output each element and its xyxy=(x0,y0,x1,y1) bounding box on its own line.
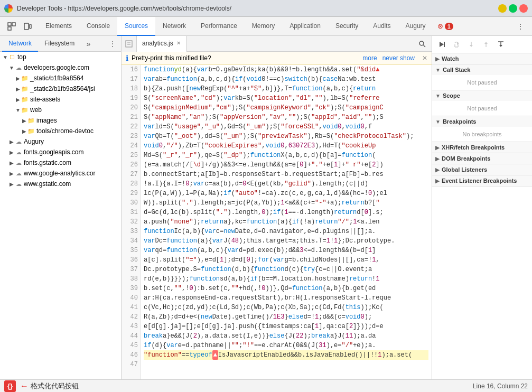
more-options-button[interactable]: ⋮ xyxy=(513,19,528,34)
xhr-breakpoints-section: ▶ XHR/fetch Breakpoints xyxy=(432,142,532,153)
chrome-icon xyxy=(4,4,13,13)
xhr-breakpoints-header[interactable]: ▶ XHR/fetch Breakpoints xyxy=(432,142,532,153)
event-listener-breakpoints-header[interactable]: ▶ Event Listener Breakpoints xyxy=(432,175,532,186)
resume-button[interactable] xyxy=(435,38,448,51)
step-out-button[interactable] xyxy=(480,38,492,51)
tree-item-developers[interactable]: ▼ ☁ developers.google.com xyxy=(0,62,121,73)
tab-performance[interactable]: Performance xyxy=(193,17,245,36)
device-toggle-button[interactable] xyxy=(20,19,35,34)
secondary-tabs: Network Filesystem » ⋮ xyxy=(0,36,121,52)
tree-label-top: top xyxy=(17,53,26,61)
tab-augury[interactable]: Augury xyxy=(398,17,433,36)
folder-icon-site-assets: 📁 xyxy=(21,96,29,103)
sec-tab-options-button[interactable]: ⋮ xyxy=(106,38,119,50)
line-num-30: 30 xyxy=(124,198,138,208)
call-stack-label: Call Stack xyxy=(443,67,471,73)
svg-rect-1 xyxy=(12,23,15,26)
source-search-button[interactable] xyxy=(415,36,430,51)
tree-item-web[interactable]: ▼ 📁 web xyxy=(0,105,121,115)
tree-item-top[interactable]: ▼ ☐ top xyxy=(0,52,121,62)
tree-label-images: images xyxy=(36,117,57,124)
global-listeners-header[interactable]: ▶ Global Listeners xyxy=(432,164,532,175)
tree-arrow-gstatic: ▶ xyxy=(8,181,15,187)
scope-header[interactable]: ▼ Scope xyxy=(432,90,532,101)
xhr-arrow: ▶ xyxy=(435,145,440,151)
call-stack-header[interactable]: ▼ Call Stack xyxy=(432,64,532,75)
tree-arrow-static1: ▶ xyxy=(15,75,21,81)
svg-rect-4 xyxy=(30,24,31,29)
svg-line-9 xyxy=(424,45,426,47)
tree-item-images[interactable]: ▶ 📁 images xyxy=(0,115,121,126)
main-toolbar: Elements Console Sources Network Perform… xyxy=(0,17,532,36)
code-line-25: Md=S("_r","_r"),qe=S("_dp");function X(a… xyxy=(144,151,428,160)
tree-label-google-analytics: www.google-analytics.cor xyxy=(24,170,95,177)
maximize-button[interactable]: ◻ xyxy=(509,4,517,13)
code-line-37: Dc.prototype.S=function(d,b){function d(… xyxy=(144,265,428,274)
pretty-print-never-link[interactable]: never show xyxy=(382,54,415,62)
pretty-print-more-link[interactable]: more xyxy=(362,54,377,62)
line-num-46: 46 xyxy=(124,350,138,360)
close-button[interactable]: ✕ xyxy=(519,4,528,13)
sec-tab-filesystem[interactable]: Filesystem xyxy=(38,36,81,52)
tree-item-site-assets[interactable]: ▶ 📁 site-assets xyxy=(0,94,121,105)
tab-console[interactable]: Console xyxy=(79,17,117,36)
step-over-button[interactable] xyxy=(450,38,463,51)
dom-breakpoints-header[interactable]: ▶ DOM Breakpoints xyxy=(432,153,532,164)
line-num-24: 24 xyxy=(124,141,138,151)
tree-item-google-analytics[interactable]: ▶ ☁ www.google-analytics.cor xyxy=(0,168,121,179)
line-num-39: 39 xyxy=(124,284,138,293)
right-debugger-panel: ▶ Watch ▼ Call Stack Not paused ▼ Scope xyxy=(432,36,532,379)
file-chooser-button[interactable] xyxy=(122,36,137,52)
line-num-23: 23 xyxy=(124,132,138,141)
window-controls: – ◻ ✕ xyxy=(498,4,528,13)
tree-item-gstatic[interactable]: ▶ ☁ www.gstatic.com xyxy=(0,179,121,189)
tree-arrow-augury: ▶ xyxy=(8,138,15,145)
tab-security[interactable]: Security xyxy=(328,17,366,36)
code-area: 16 17 18 19 20 21 22 23 24 25 26 27 28 2… xyxy=(122,65,432,379)
tree-item-static1[interactable]: ▶ 📁 _static/b1fb9a8564 xyxy=(0,73,121,83)
tab-network[interactable]: Network xyxy=(155,17,193,36)
cloud-icon-developers: ☁ xyxy=(15,64,22,71)
tree-item-augury[interactable]: ▶ ☁ Augury xyxy=(0,136,121,147)
global-listeners-label: Global Listeners xyxy=(442,166,487,173)
tree-item-fonts-google[interactable]: ▶ ☁ fonts.googleapis.com xyxy=(0,147,121,157)
source-tab-close-button[interactable]: ✕ xyxy=(176,40,181,46)
tree-arrow-fonts-gstatic: ▶ xyxy=(8,160,15,166)
source-tab-analytics[interactable]: analytics.js ✕ xyxy=(137,36,186,52)
dom-breakpoints-section: ▶ DOM Breakpoints xyxy=(432,153,532,164)
tree-arrow-static2: ▶ xyxy=(15,86,21,92)
tab-application[interactable]: Application xyxy=(282,17,328,36)
line-num-22: 22 xyxy=(124,122,138,132)
svg-rect-3 xyxy=(24,23,29,30)
file-chooser-icon xyxy=(125,40,133,48)
code-line-16: function yd(a){var b=O.gaDevIds;ka(b)&&0… xyxy=(144,65,428,74)
tree-arrow-developers: ▼ xyxy=(8,64,15,71)
watch-section-header[interactable]: ▶ Watch xyxy=(432,53,532,64)
step-into-button[interactable] xyxy=(465,38,478,51)
tab-elements[interactable]: Elements xyxy=(38,17,79,36)
code-line-41: c(Vc,Hc);c(zd,yd);c(Ld,Sd);c(Wb,Pa);c(Xb… xyxy=(144,303,428,312)
breakpoints-header[interactable]: ▼ Breakpoints xyxy=(432,116,532,127)
minimize-button[interactable]: – xyxy=(498,4,507,13)
scope-status: Not paused xyxy=(467,105,497,111)
inspect-element-button[interactable] xyxy=(4,19,19,34)
tree-item-tools[interactable]: ▶ 📁 tools/chrome-devtoc xyxy=(0,126,121,136)
line-num-33: 33 xyxy=(124,227,138,236)
code-line-17: var ab=function(a,b,c,d){if(void 0!==c) … xyxy=(144,74,428,84)
tab-memory[interactable]: Memory xyxy=(245,17,282,36)
tab-sources[interactable]: Sources xyxy=(117,17,155,36)
step-async-button[interactable] xyxy=(494,38,507,51)
tree-item-fonts-gstatic[interactable]: ▶ ☁ fonts.gstatic.com xyxy=(0,157,121,168)
format-code-button[interactable]: {} xyxy=(4,380,16,392)
sec-tab-more-button[interactable]: » xyxy=(82,38,95,50)
global-listeners-arrow: ▶ xyxy=(435,167,440,173)
file-tree-panel: Network Filesystem » ⋮ ▼ ☐ top ▼ ☁ devel… xyxy=(0,36,122,379)
watch-section: ▶ Watch xyxy=(432,53,532,64)
pretty-print-close-button[interactable]: ✕ xyxy=(422,54,427,62)
code-content[interactable]: function yd(a){var b=O.gaDevIds;ka(b)&&0… xyxy=(141,65,432,379)
sec-tab-network[interactable]: Network xyxy=(2,36,38,52)
tab-audits[interactable]: Audits xyxy=(366,17,398,36)
tree-item-static2[interactable]: ▶ 📁 _static2/b1fb9a8564/jsi xyxy=(0,83,121,94)
folder-icon-static1: 📁 xyxy=(21,74,29,82)
call-stack-section: ▼ Call Stack Not paused xyxy=(432,64,532,90)
